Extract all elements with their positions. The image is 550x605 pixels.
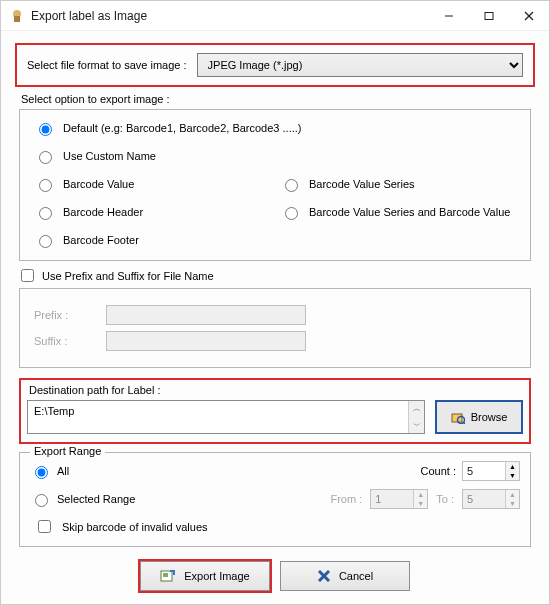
to-input xyxy=(463,490,505,508)
window-title: Export label as Image xyxy=(31,9,429,23)
radio-series-and-value-label: Barcode Value Series and Barcode Value xyxy=(309,206,510,218)
destination-path-input[interactable]: E:\Temp xyxy=(28,401,408,433)
prefix-suffix-checkbox[interactable] xyxy=(21,269,34,282)
radio-range-all-label: All xyxy=(57,465,69,477)
radio-barcode-footer[interactable] xyxy=(39,235,52,248)
cancel-icon xyxy=(317,569,331,583)
scrollbar[interactable]: ︿﹀ xyxy=(408,401,424,433)
count-spinner[interactable]: ▲▼ xyxy=(462,461,520,481)
suffix-label: Suffix : xyxy=(34,335,94,347)
destination-section: Destination path for Label : E:\Temp ︿﹀ … xyxy=(19,378,531,444)
radio-range-all[interactable] xyxy=(35,466,48,479)
radio-range-selected[interactable] xyxy=(35,494,48,507)
radio-barcode-value-label: Barcode Value xyxy=(63,178,134,190)
radio-barcode-value-series-label: Barcode Value Series xyxy=(309,178,415,190)
radio-barcode-header[interactable] xyxy=(39,207,52,220)
count-label: Count : xyxy=(421,465,456,477)
minimize-button[interactable] xyxy=(429,2,469,30)
from-input xyxy=(371,490,413,508)
count-input[interactable] xyxy=(463,462,505,480)
radio-default-label: Default (e.g: Barcode1, Barcode2, Barcod… xyxy=(63,122,301,134)
destination-label: Destination path for Label : xyxy=(29,384,523,396)
browse-icon xyxy=(451,410,465,424)
export-image-button[interactable]: Export Image xyxy=(140,561,270,591)
export-icon xyxy=(160,568,176,584)
radio-barcode-header-label: Barcode Header xyxy=(63,206,143,218)
skip-invalid-label: Skip barcode of invalid values xyxy=(62,521,208,533)
radio-barcode-value[interactable] xyxy=(39,179,52,192)
file-format-label: Select file format to save image : xyxy=(27,59,187,71)
cancel-button[interactable]: Cancel xyxy=(280,561,410,591)
export-range-legend: Export Range xyxy=(30,445,105,457)
svg-rect-10 xyxy=(163,573,168,577)
browse-button[interactable]: Browse xyxy=(435,400,523,434)
prefix-suffix-checkbox-label: Use Prefix and Suffix for File Name xyxy=(42,270,214,282)
export-range-fieldset: Export Range All Count : ▲▼ xyxy=(19,452,531,547)
svg-line-8 xyxy=(463,422,465,424)
to-spinner: ▲▼ xyxy=(462,489,520,509)
radio-custom-name-label: Use Custom Name xyxy=(63,150,156,162)
radio-barcode-value-series[interactable] xyxy=(285,179,298,192)
content: Select file format to save image : JPEG … xyxy=(1,31,549,603)
browse-button-label: Browse xyxy=(471,411,508,423)
radio-series-and-value[interactable] xyxy=(285,207,298,220)
to-label: To : xyxy=(436,493,454,505)
from-label: From : xyxy=(330,493,362,505)
file-format-select[interactable]: JPEG Image (*.jpg) xyxy=(197,53,523,77)
app-icon xyxy=(9,8,25,24)
maximize-button[interactable] xyxy=(469,2,509,30)
prefix-input xyxy=(106,305,306,325)
close-button[interactable] xyxy=(509,2,549,30)
suffix-input xyxy=(106,331,306,351)
export-option-label: Select option to export image : xyxy=(21,93,535,105)
svg-rect-3 xyxy=(485,12,493,19)
radio-custom-name[interactable] xyxy=(39,151,52,164)
destination-path-box: E:\Temp ︿﹀ xyxy=(27,400,425,434)
radio-default[interactable] xyxy=(39,123,52,136)
titlebar: Export label as Image xyxy=(1,1,549,31)
window: Export label as Image Select file format… xyxy=(0,0,550,605)
prefix-suffix-box: Prefix : Suffix : xyxy=(19,288,531,368)
radio-barcode-footer-label: Barcode Footer xyxy=(63,234,139,246)
file-format-row: Select file format to save image : JPEG … xyxy=(15,43,535,87)
export-option-group: Default (e.g: Barcode1, Barcode2, Barcod… xyxy=(19,109,531,261)
svg-rect-1 xyxy=(14,16,20,22)
cancel-button-label: Cancel xyxy=(339,570,373,582)
radio-range-selected-label: Selected Range xyxy=(57,493,135,505)
skip-invalid-checkbox[interactable] xyxy=(38,520,51,533)
button-row: Export Image Cancel xyxy=(15,561,535,591)
export-image-button-label: Export Image xyxy=(184,570,249,582)
from-spinner: ▲▼ xyxy=(370,489,428,509)
prefix-label: Prefix : xyxy=(34,309,94,321)
